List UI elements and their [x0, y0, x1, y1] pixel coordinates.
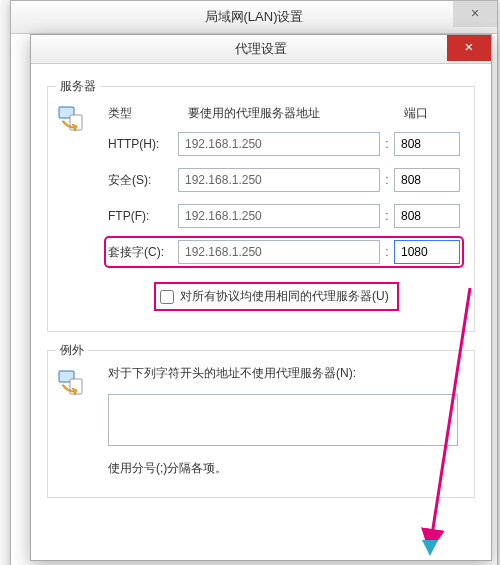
servers-group-title: 服务器 — [56, 78, 100, 95]
secure-address-input[interactable] — [178, 168, 380, 192]
servers-header: 类型 要使用的代理服务器地址 端口 — [108, 105, 460, 122]
ftp-port-input[interactable] — [394, 204, 460, 228]
proxy-settings-titlebar[interactable]: 代理设置 × — [31, 35, 491, 64]
http-port-input[interactable] — [394, 132, 460, 156]
row-socks: 套接字(C): : — [108, 240, 460, 264]
row-http: HTTP(H): : — [108, 132, 460, 156]
socks-address-input[interactable] — [178, 240, 380, 264]
row-secure: 安全(S): : — [108, 168, 460, 192]
header-port: 端口 — [404, 105, 460, 122]
servers-group: 服务器 类型 要使用的代理服务器地址 端口 HTTP(H — [47, 86, 475, 332]
proxy-settings-window: 代理设置 × 服务器 类型 要使用的代理服务器地址 — [30, 34, 492, 561]
label-socks: 套接字(C): — [108, 244, 178, 261]
header-addr: 要使用的代理服务器地址 — [188, 105, 386, 122]
label-http: HTTP(H): — [108, 137, 178, 151]
servers-icon — [58, 105, 86, 136]
exceptions-group: 例外 对于下列字符开头的地址不使用代理服务器(N): 使用分号(;)分隔各项。 — [47, 350, 475, 498]
proxy-settings-title: 代理设置 — [235, 41, 287, 56]
lan-settings-title: 局域网(LAN)设置 — [205, 9, 304, 24]
exceptions-group-title: 例外 — [56, 342, 88, 359]
same-proxy-checkbox[interactable]: 对所有协议均使用相同的代理服务器(U) — [154, 282, 399, 311]
exceptions-prompt: 对于下列字符开头的地址不使用代理服务器(N): — [108, 365, 460, 382]
exceptions-hint: 使用分号(;)分隔各项。 — [108, 460, 460, 477]
same-proxy-checkbox-input[interactable] — [160, 290, 174, 304]
ftp-address-input[interactable] — [178, 204, 380, 228]
exceptions-icon — [58, 369, 86, 400]
exceptions-input[interactable] — [108, 394, 458, 446]
header-type: 类型 — [108, 105, 178, 122]
lan-settings-titlebar[interactable]: 局域网(LAN)设置 × — [11, 1, 497, 34]
secure-port-input[interactable] — [394, 168, 460, 192]
http-address-input[interactable] — [178, 132, 380, 156]
same-proxy-label: 对所有协议均使用相同的代理服务器(U) — [180, 288, 389, 305]
close-icon[interactable]: × — [447, 35, 491, 61]
row-ftp: FTP(F): : — [108, 204, 460, 228]
label-secure: 安全(S): — [108, 172, 178, 189]
close-icon[interactable]: × — [453, 1, 497, 27]
label-ftp: FTP(F): — [108, 209, 178, 223]
socks-port-input[interactable] — [394, 240, 460, 264]
